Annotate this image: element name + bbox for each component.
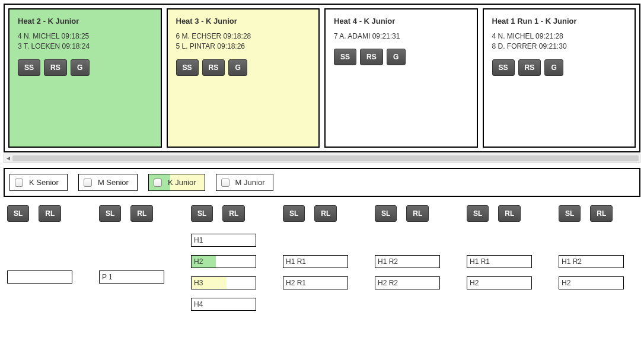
ss-button[interactable]: SS (18, 59, 40, 76)
lane-cell-h1r1[interactable]: H1 R1 (467, 255, 532, 268)
rl-button[interactable]: RL (498, 205, 521, 222)
sl-button[interactable]: SL (283, 205, 305, 222)
lane-col-3: SL RL H1 R1 H2 R1 (283, 205, 375, 319)
lane-cell-h2[interactable]: H2 (559, 276, 624, 289)
lane-cell-h2[interactable]: H2 (467, 276, 532, 289)
sl-button[interactable]: SL (99, 205, 121, 222)
lane-col-4: SL RL H1 R2 H2 R2 (375, 205, 467, 319)
ss-button[interactable]: SS (492, 59, 515, 76)
heat-title: Heat 2 - K Junior (18, 17, 152, 26)
lane-cell-h2r2[interactable]: H2 R2 (375, 276, 440, 289)
heat-entry: 6 M. ECHSER 09:18:28 (176, 31, 311, 42)
heat-entry: 4 N. MICHEL 09:18:25 (18, 31, 152, 42)
rs-button[interactable]: RS (360, 49, 383, 65)
lane-cell-h2r1[interactable]: H2 R1 (283, 276, 348, 289)
g-button[interactable]: G (387, 49, 406, 65)
sl-button[interactable]: SL (467, 205, 489, 222)
heat-card-2: Heat 2 - K Junior 4 N. MICHEL 09:18:25 3… (8, 8, 162, 148)
lane-cell-h3[interactable]: H3 (191, 276, 256, 289)
filter-frame: K Senior M Senior K Junior M Junior (4, 168, 640, 197)
heat-title: Heat 4 - K Junior (334, 17, 468, 26)
filter-label: K Junior (168, 178, 196, 187)
lane-col-1: SL RL P 1 (99, 205, 191, 319)
empty-cell[interactable] (7, 270, 72, 284)
sl-button[interactable]: SL (191, 205, 213, 222)
heat-row: Heat 2 - K Junior 4 N. MICHEL 09:18:25 3… (8, 8, 636, 148)
lane-cell-h1r2[interactable]: H1 R2 (375, 255, 440, 268)
rl-button[interactable]: RL (39, 205, 61, 222)
heat-title: Heat 1 Run 1 - K Junior (492, 17, 627, 26)
heats-frame: Heat 2 - K Junior 4 N. MICHEL 09:18:25 3… (4, 4, 640, 152)
rl-button[interactable]: RL (222, 205, 245, 222)
lane-cell-h1[interactable]: H1 (191, 234, 256, 247)
filter-k-junior[interactable]: K Junior (148, 174, 205, 191)
ss-button[interactable]: SS (334, 49, 356, 65)
checkbox-icon[interactable] (154, 179, 162, 187)
lane-grid: SL RL SL RL P 1 SL RL H1 H2 H3 H4 (4, 205, 640, 319)
rs-button[interactable]: RS (518, 59, 541, 76)
filter-label: M Junior (235, 178, 265, 187)
lane-cell-h4[interactable]: H4 (191, 298, 256, 311)
scroll-thumb[interactable] (12, 155, 639, 161)
g-button[interactable]: G (544, 59, 563, 76)
filter-m-senior[interactable]: M Senior (78, 174, 138, 191)
sl-button[interactable]: SL (7, 205, 29, 222)
filter-m-junior[interactable]: M Junior (216, 174, 274, 191)
sl-button[interactable]: SL (375, 205, 397, 222)
lane-col-5: SL RL H1 R1 H2 (467, 205, 559, 319)
horizontal-scrollbar[interactable]: ◄ (4, 154, 640, 163)
heat-button-row: SS RS G (492, 59, 627, 76)
heat-button-row: SS RS G (334, 49, 468, 65)
heat-entry: 3 T. LOEKEN 09:18:24 (18, 42, 152, 52)
lane-col-6: SL RL H1 R2 H2 (559, 205, 644, 319)
lane-cell-h1r1[interactable]: H1 R1 (283, 255, 348, 268)
filter-label: K Senior (29, 178, 59, 187)
lane-columns: SL RL SL RL P 1 SL RL H1 H2 H3 H4 (7, 205, 640, 319)
sl-button[interactable]: SL (559, 205, 581, 222)
heat-button-row: SS RS G (18, 59, 152, 76)
g-button[interactable]: G (228, 59, 247, 76)
heat-title: Heat 3 - K Junior (176, 17, 311, 26)
checkbox-icon[interactable] (84, 179, 92, 187)
heat-card-1-run-1: Heat 1 Run 1 - K Junior 4 N. MICHEL 09:2… (483, 8, 636, 148)
lane-cell-h1r2[interactable]: H1 R2 (559, 255, 624, 268)
heat-entry: 4 N. MICHEL 09:21:28 (492, 31, 627, 42)
checkbox-icon[interactable] (221, 179, 229, 187)
scroll-left-icon[interactable]: ◄ (5, 154, 11, 163)
rs-button[interactable]: RS (202, 59, 225, 76)
ss-button[interactable]: SS (176, 59, 199, 76)
g-button[interactable]: G (71, 59, 90, 76)
filter-k-senior[interactable]: K Senior (9, 174, 68, 191)
lane-cell-p1[interactable]: P 1 (99, 270, 164, 284)
filter-label: M Senior (98, 178, 129, 187)
lane-cell-h2[interactable]: H2 (191, 255, 256, 268)
heat-card-3: Heat 3 - K Junior 6 M. ECHSER 09:18:28 5… (167, 8, 320, 148)
heat-button-row: SS RS G (176, 59, 311, 76)
rl-button[interactable]: RL (130, 205, 153, 222)
heat-entry: 5 L. PINTAR 09:18:26 (176, 42, 311, 52)
heat-entry: 7 A. ADAMI 09:21:31 (334, 31, 468, 42)
checkbox-icon[interactable] (15, 179, 23, 187)
lane-col-0: SL RL (7, 205, 99, 319)
lane-col-2: SL RL H1 H2 H3 H4 (191, 205, 283, 319)
heat-card-4: Heat 4 - K Junior 7 A. ADAMI 09:21:31 SS… (324, 8, 478, 148)
heat-entry: 8 D. FORRER 09:21:30 (492, 42, 627, 52)
rl-button[interactable]: RL (406, 205, 429, 222)
rl-button[interactable]: RL (314, 205, 337, 222)
rl-button[interactable]: RL (590, 205, 613, 222)
rs-button[interactable]: RS (44, 59, 67, 76)
